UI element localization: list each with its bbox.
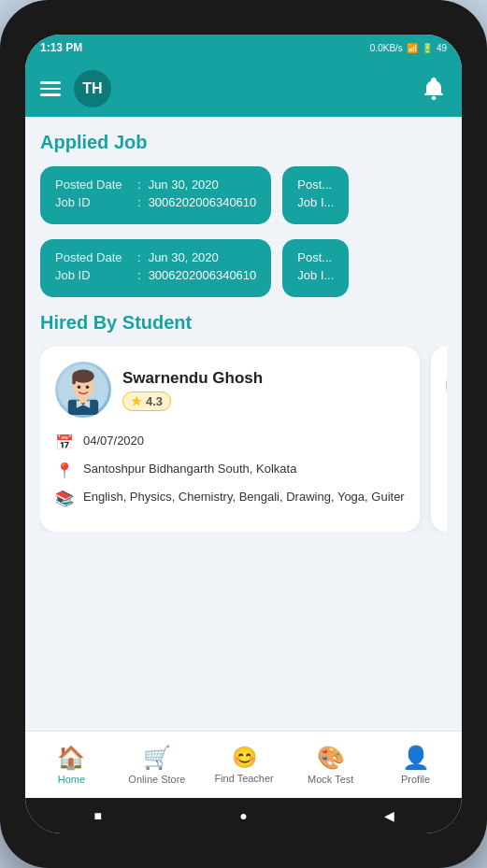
location-row: 📍 Santoshpur Bidhangarth South, Kolkata	[55, 461, 405, 479]
job-id-row-2: Job ID : 3006202006340610	[55, 268, 256, 282]
app-logo: TH	[74, 70, 111, 107]
partial-label-1: Post...	[297, 178, 334, 192]
job-id-row-1: Job ID : 3006202006340610	[55, 195, 256, 209]
job-id-label-2: Job ID	[55, 268, 130, 282]
job-id-value-1: 3006202006340610	[149, 195, 257, 209]
header-left: TH	[40, 70, 111, 107]
profile-icon: 👤	[402, 745, 430, 771]
job-card-1[interactable]: Posted Date : Jun 30, 2020 Job ID : 3006…	[40, 166, 271, 224]
signal-icon: 📶	[407, 43, 418, 53]
nav-profile-label: Profile	[401, 774, 430, 785]
partial-label-4: Job I...	[297, 268, 334, 282]
teacher-icon: 😊	[232, 746, 257, 770]
partial-date-icon: 📅	[446, 416, 447, 434]
job-id-value-2: 3006202006340610	[149, 268, 257, 282]
job-id-label-1: Job ID	[55, 195, 130, 209]
applied-job-title: Applied Job	[40, 132, 447, 153]
job-cards-row-1: Posted Date : Jun 30, 2020 Job ID : 3006…	[40, 166, 447, 224]
nav-home[interactable]: 🏠 Home	[43, 741, 99, 789]
svg-point-8	[86, 386, 90, 390]
nav-mock-label: Mock Test	[308, 774, 353, 785]
svg-rect-6	[72, 377, 76, 385]
battery-level: 49	[437, 43, 447, 53]
hired-location: Santoshpur Bidhangarth South, Kolkata	[83, 461, 296, 477]
svg-point-0	[432, 96, 437, 100]
hired-name: Swarnendu Ghosh	[122, 369, 263, 388]
avatar-partial	[446, 362, 447, 408]
nav-mock-test[interactable]: 🎨 Mock Test	[303, 741, 359, 789]
store-icon: 🛒	[143, 745, 171, 771]
status-bar: 1:13 PM 0.0KB/s 📶 🔋 49	[25, 35, 462, 61]
mock-test-icon: 🎨	[317, 745, 345, 771]
posted-date-value-2: Jun 30, 2020	[149, 250, 219, 264]
rating-value: 4.3	[146, 394, 163, 408]
phone-screen: 1:13 PM 0.0KB/s 📶 🔋 49 TH	[25, 35, 462, 833]
nav-teacher-label: Find Teacher	[214, 773, 273, 784]
date-row: 📅 04/07/2020	[55, 433, 405, 451]
hired-subjects: English, Physics, Chemistry, Bengali, Dr…	[83, 489, 405, 505]
nav-find-teacher[interactable]: 😊 Find Teacher	[214, 742, 273, 788]
location-icon: 📍	[55, 462, 74, 479]
status-time: 1:13 PM	[40, 41, 82, 54]
hired-date: 04/07/2020	[83, 433, 144, 449]
nav-home-label: Home	[58, 774, 85, 785]
recents-button[interactable]: ■	[89, 806, 107, 825]
partial-label-3: Post...	[297, 250, 334, 264]
job-card-2-partial: Post... Job I...	[282, 239, 349, 297]
job-cards-row-2: Posted Date : Jun 30, 2020 Job ID : 3006…	[40, 239, 447, 297]
posted-date-label-1: Posted Date	[55, 178, 130, 192]
nav-online-store[interactable]: 🛒 Online Store	[128, 741, 185, 789]
menu-button[interactable]	[40, 81, 61, 96]
app-header: TH	[25, 61, 462, 117]
posted-date-row-2: Posted Date : Jun 30, 2020	[55, 250, 256, 264]
battery-icon: 🔋	[422, 43, 433, 53]
posted-date-label-2: Posted Date	[55, 250, 130, 264]
status-icons: 0.0KB/s 📶 🔋 49	[370, 43, 447, 53]
partial-label-2: Job I...	[297, 195, 334, 209]
posted-date-row-1: Posted Date : Jun 30, 2020	[55, 178, 256, 192]
back-button[interactable]: ◀	[380, 806, 398, 825]
hired-card-header: Swarnendu Ghosh ★ 4.3	[55, 362, 405, 418]
avatar	[55, 362, 111, 418]
svg-point-7	[78, 386, 81, 390]
hired-by-student-title: Hired By Student	[40, 312, 447, 334]
nav-profile[interactable]: 👤 Profile	[388, 741, 444, 789]
home-button[interactable]: ●	[234, 806, 252, 825]
hired-card-2-partial: 📅 📍	[431, 347, 447, 532]
bottom-nav: 🏠 Home 🛒 Online Store 😊 Find Teacher 🎨 M…	[25, 731, 462, 798]
partial-location-icon: 📍	[446, 441, 447, 459]
job-card-2[interactable]: Posted Date : Jun 30, 2020 Job ID : 3006…	[40, 239, 271, 297]
subjects-row: 📚 English, Physics, Chemistry, Bengali, …	[55, 489, 405, 507]
hired-cards-scroll: Swarnendu Ghosh ★ 4.3 📅 04/07/2020	[40, 347, 447, 532]
star-icon: ★	[131, 394, 142, 408]
rating-badge: ★ 4.3	[122, 391, 171, 411]
android-nav-bar: ■ ● ◀	[25, 798, 462, 833]
job-card-1-partial: Post... Job I...	[282, 166, 349, 224]
posted-date-value-1: Jun 30, 2020	[149, 178, 219, 192]
hired-card-info: Swarnendu Ghosh ★ 4.3	[122, 369, 263, 411]
hired-section: Hired By Student	[40, 312, 447, 532]
notification-button[interactable]	[421, 76, 447, 102]
nav-store-label: Online Store	[128, 774, 185, 785]
home-icon: 🏠	[57, 745, 85, 771]
phone-frame: 1:13 PM 0.0KB/s 📶 🔋 49 TH	[0, 0, 487, 868]
calendar-icon: 📅	[55, 434, 74, 451]
hired-card-1[interactable]: Swarnendu Ghosh ★ 4.3 📅 04/07/2020	[40, 347, 420, 532]
subjects-icon: 📚	[55, 490, 74, 507]
main-content: Applied Job Posted Date : Jun 30, 2020 J…	[25, 117, 462, 731]
data-speed: 0.0KB/s	[370, 43, 403, 53]
